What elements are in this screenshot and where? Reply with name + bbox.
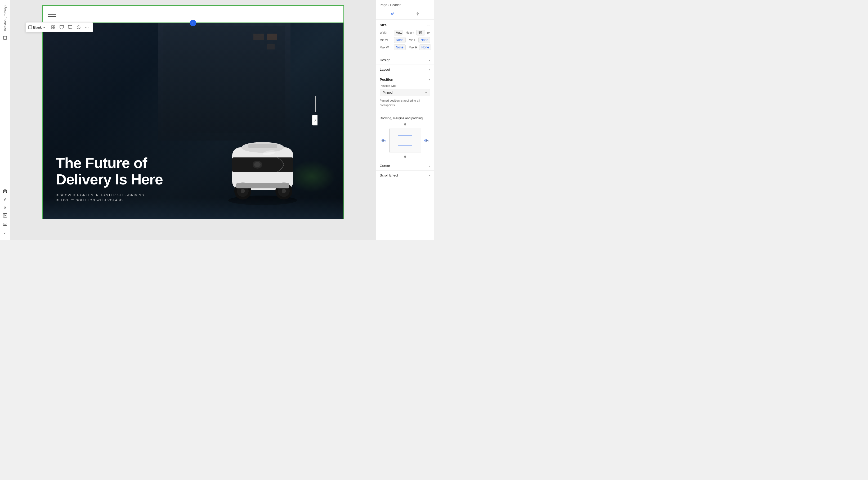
hero-section: The Future of Delivery Is Here DISCOVER …	[43, 23, 343, 219]
linkedin-icon[interactable]	[3, 213, 7, 218]
cursor-section-label: Cursor	[380, 164, 390, 168]
docking-diagram: 0% 0%	[380, 123, 430, 158]
tab-design[interactable]	[380, 9, 405, 19]
dock-inner-box	[398, 135, 412, 146]
dropdown-arrow-icon: ▼	[425, 91, 427, 94]
breadcrumb-separator: ›	[388, 4, 389, 7]
scroll-indicator[interactable]	[315, 96, 316, 112]
cursor-section-row[interactable]: Cursor	[376, 161, 434, 171]
hero-title: The Future of Delivery Is Here	[56, 155, 163, 187]
min-h-value[interactable]: None	[418, 37, 430, 43]
scroll-effect-chevron-icon	[429, 174, 430, 177]
blank-label: Blank	[33, 25, 42, 29]
max-h-value[interactable]: None	[419, 44, 431, 50]
svg-rect-11	[54, 26, 55, 27]
size-section-header: Size ···	[380, 23, 430, 27]
design-section-row[interactable]: Design	[376, 55, 434, 65]
svg-rect-9	[29, 26, 32, 29]
sidebar-icon-layers[interactable]	[2, 35, 8, 40]
svg-point-6	[4, 214, 4, 215]
max-w-value[interactable]: None	[394, 44, 406, 50]
svg-rect-12	[52, 28, 53, 29]
blank-checkbox-icon	[28, 25, 32, 29]
dock-right-value[interactable]: 0%	[425, 139, 429, 142]
panel-collapse-button[interactable]	[312, 115, 317, 126]
hero-text-block: The Future of Delivery Is Here DISCOVER …	[56, 155, 163, 203]
docking-title: Docking, margins and padding	[380, 116, 430, 120]
more-options-icon[interactable]: ···	[84, 24, 90, 30]
hamburger-line-2	[48, 14, 56, 14]
hero-content: The Future of Delivery Is Here DISCOVER …	[56, 155, 343, 203]
max-w-label: Max W	[380, 46, 392, 49]
hamburger-line-1	[48, 12, 56, 12]
width-height-row: Width Auto Height 80 px	[380, 30, 430, 35]
social-icons-container: f ✕ ♪	[3, 189, 7, 237]
dock-outer-box: 0% 0%	[389, 129, 421, 152]
width-label: Width	[380, 31, 392, 34]
canvas-wrapper: + ✎ Header ✎	[10, 0, 376, 240]
frame-icon[interactable]	[59, 24, 65, 30]
svg-point-2	[4, 191, 6, 192]
height-value[interactable]: 80	[416, 30, 425, 35]
layout-chevron-icon	[429, 68, 430, 71]
design-chevron-icon	[429, 59, 430, 61]
position-chevron-icon[interactable]	[428, 78, 430, 81]
toolbar-divider-1	[48, 25, 48, 30]
svg-rect-14	[60, 25, 64, 28]
svg-text:?: ?	[78, 26, 79, 29]
min-w-value[interactable]: None	[394, 37, 406, 43]
panel-tabs	[380, 9, 430, 19]
blank-selector[interactable]: Blank	[28, 25, 45, 29]
scroll-effect-section-row[interactable]: Scroll Effect	[376, 171, 434, 180]
help-icon[interactable]: ?	[75, 24, 82, 30]
design-tab-icon	[390, 12, 395, 16]
min-w-h-row: Min W None Min H None	[380, 37, 430, 43]
height-unit: px	[427, 31, 430, 34]
tab-lightning[interactable]	[405, 9, 431, 19]
hamburger-menu[interactable]	[48, 12, 56, 17]
comment-icon[interactable]	[67, 24, 73, 30]
panel-header: Page › Header	[376, 0, 434, 20]
twitter-x-icon[interactable]: ✕	[4, 206, 6, 210]
cursor-chevron-icon	[429, 164, 430, 167]
svg-point-3	[6, 190, 6, 191]
lightning-tab-icon	[415, 12, 420, 16]
blank-dropdown-icon	[43, 26, 45, 29]
facebook-icon[interactable]: f	[4, 198, 6, 202]
position-section-title: Position	[380, 77, 393, 81]
dock-left-value[interactable]: 0%	[381, 139, 386, 142]
svg-rect-1	[3, 190, 7, 193]
docking-section: Docking, margins and padding 0% 0%	[376, 113, 434, 161]
hero-subtitle: DISCOVER A GREENER, FASTER SELF-DRIVING …	[56, 193, 163, 203]
breadcrumb-parent[interactable]: Page	[380, 3, 387, 7]
position-type-dropdown[interactable]: Pinned ▼	[380, 89, 430, 96]
canvas-frame: + ✎ Header ✎	[42, 5, 344, 219]
position-section: Position Position type Pinned ▼ Pinned p…	[376, 74, 434, 113]
position-note: Pinned position is applied to all breakp…	[380, 98, 430, 107]
max-h-label: Max H	[408, 46, 417, 49]
width-value[interactable]: Auto	[394, 30, 402, 35]
svg-rect-5	[4, 215, 4, 216]
scroll-effect-section-label: Scroll Effect	[380, 173, 398, 177]
viewport-label: Desktop (Primary)	[3, 5, 7, 31]
youtube-icon[interactable]	[3, 222, 7, 227]
main-canvas-area: Blank	[10, 0, 376, 240]
dock-handle-bottom	[404, 156, 406, 158]
size-section: Size ··· Width Auto Height 80 px Min W N…	[376, 20, 434, 55]
svg-marker-8	[4, 224, 6, 225]
tiktok-icon[interactable]: ♪	[4, 231, 6, 235]
design-section-label: Design	[380, 58, 390, 62]
add-section-button[interactable]: +	[190, 20, 196, 26]
grid-icon[interactable]	[50, 24, 56, 30]
height-label: Height	[405, 31, 414, 34]
position-type-label: Position type	[380, 84, 430, 87]
svg-rect-13	[54, 28, 55, 29]
min-w-label: Min W	[380, 38, 392, 41]
instagram-icon[interactable]	[3, 189, 7, 194]
chevron-right-icon	[314, 118, 316, 122]
left-sidebar: Desktop (Primary) f ✕	[0, 0, 10, 240]
layout-section-row[interactable]: Layout	[376, 65, 434, 74]
svg-rect-23	[248, 144, 277, 148]
size-more-button[interactable]: ···	[427, 23, 430, 27]
right-panel: Page › Header Size ··· Width	[376, 0, 434, 240]
